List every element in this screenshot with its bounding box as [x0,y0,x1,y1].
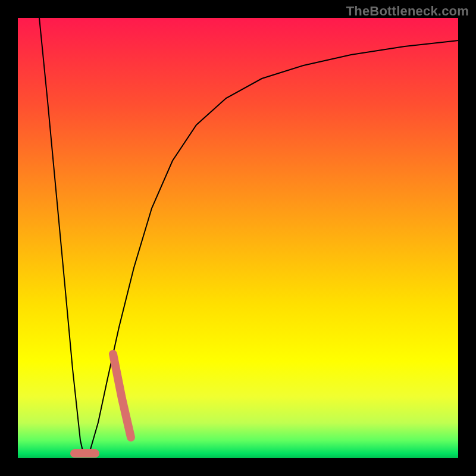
chart-frame: TheBottleneck.com [0,0,476,476]
chart-svg [18,18,458,458]
series-right-branch [89,40,458,453]
plot-area [18,18,458,458]
watermark-text: TheBottleneck.com [346,4,469,19]
series-highlight-segment [113,354,131,437]
series-left-branch [39,18,83,453]
